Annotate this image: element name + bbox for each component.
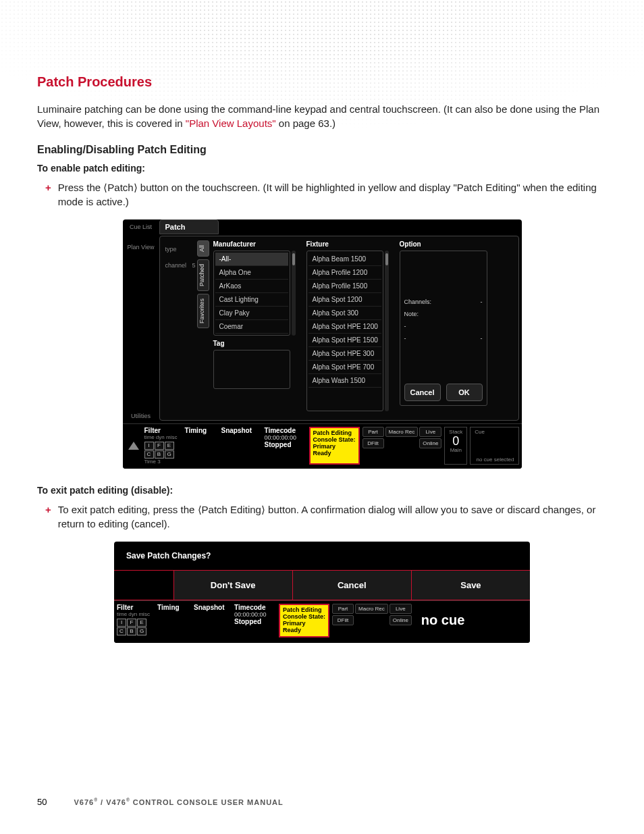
patch-editing-indicator[interactable]: Patch Editing Console State: Primary Rea…	[279, 604, 329, 637]
list-item[interactable]: ArKaos	[215, 280, 288, 293]
plan-view-link[interactable]: "Plan View Layouts"	[186, 118, 276, 129]
tab-plan-view[interactable]: Plan View	[124, 244, 158, 251]
no-cue-text: no cue	[414, 613, 471, 628]
snapshot-label[interactable]: Snapshot	[221, 427, 252, 434]
enable-bullet-row: + Press the ⟨Patch⟩ button on the touchs…	[45, 180, 607, 209]
side-tab-patched[interactable]: Patched	[197, 259, 209, 291]
manufacturer-list[interactable]: -All- Alpha One ArKaos Cast Lighting Cla…	[213, 251, 290, 336]
note-label: Note:	[404, 311, 419, 317]
part-button[interactable]: Part	[363, 427, 384, 437]
list-item[interactable]: Alpha Beam 1500	[308, 253, 381, 266]
stack-box: Stack 0 Main	[444, 427, 467, 465]
enable-label: To enable patch editing:	[37, 163, 607, 174]
filter-label: Filter	[144, 427, 161, 434]
side-tab-favorites[interactable]: Favorites	[197, 294, 209, 328]
option-box: Channels:- Note: - -- Cancel OK	[400, 251, 487, 406]
status-bar-2: Filter time dyn misc IFE CBG Timing Snap…	[114, 600, 530, 643]
tag-header: Tag	[213, 340, 301, 347]
dfilt-button[interactable]: DFilt	[363, 438, 384, 448]
filter-label: Filter	[117, 604, 133, 611]
list-item[interactable]: Alpha Spot HPE 300	[308, 347, 381, 361]
macro-rec-button[interactable]: Macro Rec	[385, 427, 419, 437]
manufacturer-header: Manufacturer	[213, 240, 301, 248]
page-footer: 50 V676® / V476® CONTROL CONSOLE USER MA…	[37, 797, 607, 807]
no-cue-selected: no cue selected	[475, 457, 514, 463]
save-buttons-row: Don't Save Cancel Save	[114, 570, 530, 600]
disable-label: To exit patch editing (disable):	[37, 485, 607, 496]
list-item[interactable]: -All-	[215, 253, 288, 266]
fixture-header: Fixture	[306, 240, 394, 248]
filter-grid[interactable]: IFE CBG	[117, 619, 146, 635]
tab-utilities[interactable]: Utilities	[124, 413, 158, 419]
filter-sub: time dyn misc	[144, 434, 178, 440]
list-item[interactable]: Alpha Spot 300	[308, 307, 381, 320]
filter-grid[interactable]: IFE CBG	[144, 442, 174, 459]
list-item[interactable]: Alpha Profile 1500	[308, 280, 381, 293]
page-number: 50	[37, 797, 47, 807]
list-item[interactable]: Alpha One	[215, 266, 288, 280]
list-item[interactable]: Alpha Spot 1200	[308, 293, 381, 307]
patch-mini-col: type channel5	[164, 240, 197, 416]
type-label: type	[165, 246, 177, 253]
list-item[interactable]: Clay Paky	[215, 307, 288, 320]
manual-title: V676® / V476® CONTROL CONSOLE USER MANUA…	[74, 798, 283, 806]
live-button[interactable]: Live	[419, 427, 441, 437]
patch-button[interactable]: Patch	[159, 219, 219, 234]
list-item[interactable]: Coemar	[215, 320, 288, 334]
side-tabs: All Patched Favorites	[197, 240, 209, 416]
list-item[interactable]: Cast Lighting	[215, 293, 288, 307]
timing-label[interactable]: Timing	[185, 427, 207, 434]
dont-save-button[interactable]: Don't Save	[174, 571, 293, 600]
list-item[interactable]: Alpha Wash 1500	[308, 374, 381, 388]
manufacturer-scrollbar[interactable]	[292, 251, 296, 336]
option-header: Option	[400, 240, 509, 248]
channels-value: -	[481, 298, 483, 305]
save-prompt: Save Patch Changes?	[114, 542, 530, 570]
intro-paragraph: Luminaire patching can be done using the…	[37, 102, 607, 130]
patch-editing-indicator[interactable]: Patch Editing Console State: Primary Rea…	[309, 427, 360, 465]
channel-label: channel	[165, 262, 187, 269]
save-button[interactable]: Save	[412, 571, 530, 600]
channels-label: Channels:	[404, 298, 432, 305]
timecode-value: 00:00:00:00	[265, 434, 297, 441]
cue-box: Cue no cue selected	[470, 427, 518, 465]
list-item[interactable]: Alpha Profile 1200	[308, 266, 381, 280]
enable-bullet-text: Press the ⟨Patch⟩ button on the touchscr…	[58, 180, 607, 209]
left-tabs: Cue List Plan View Utilities	[123, 219, 159, 423]
channel-value: 5	[192, 262, 195, 269]
section-title: Patch Procedures	[37, 74, 607, 90]
ok-button[interactable]: OK	[446, 384, 483, 401]
side-tab-all[interactable]: All	[197, 240, 209, 257]
cancel-button[interactable]: Cancel	[404, 384, 441, 401]
tag-list[interactable]	[213, 350, 290, 389]
list-item[interactable]: Alpha Spot HPE 1500	[308, 334, 381, 347]
stopped-label: Stopped	[265, 441, 292, 448]
sub-heading: Enabling/Disabling Patch Editing	[37, 144, 607, 156]
list-item[interactable]: Alpha Spot HPE 1200	[308, 320, 381, 334]
patch-editing-screenshot: Cue List Plan View Utilities Patch type …	[123, 219, 522, 469]
fixture-scrollbar[interactable]	[385, 251, 389, 411]
triangle-icon	[128, 442, 139, 450]
tab-cue-list[interactable]: Cue List	[124, 224, 158, 230]
save-patch-screenshot: Save Patch Changes? Don't Save Cancel Sa…	[114, 542, 530, 643]
stack-number: 0	[449, 435, 462, 447]
disable-bullet-row: + To exit patch editing, press the ⟨Patc…	[45, 502, 607, 531]
plus-icon: +	[45, 180, 51, 194]
plus-icon: +	[45, 502, 51, 517]
fixture-list[interactable]: Alpha Beam 1500 Alpha Profile 1200 Alpha…	[306, 251, 383, 411]
disable-bullet-text: To exit patch editing, press the ⟨Patch …	[58, 502, 607, 531]
timecode-label: Timecode	[265, 427, 296, 434]
intro-text-2: on page 63.)	[276, 118, 336, 129]
list-item[interactable]: Alpha Spot HPE 700	[308, 361, 381, 374]
cancel-button[interactable]: Cancel	[293, 571, 412, 600]
online-button[interactable]: Online	[419, 438, 441, 448]
status-bar: Filter time dyn misc IFE CBG Time 3 Timi…	[123, 423, 522, 469]
